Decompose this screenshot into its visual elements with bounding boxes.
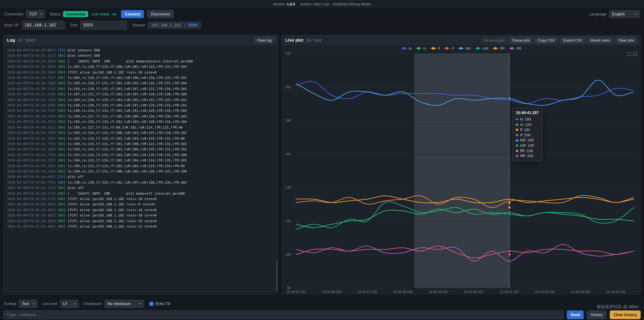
log-count: 33 / 10000	[18, 38, 35, 42]
plot-title: Live plot	[286, 38, 304, 43]
port-input[interactable]	[80, 21, 127, 30]
chevron-down-icon: ▾	[139, 302, 141, 305]
legend-marker-icon	[475, 47, 481, 50]
x-axis-label: 15:49:41.257	[500, 290, 519, 294]
log-entry: 2026-04-09T19:49:35.087Z [TX] plot senso…	[7, 48, 275, 53]
version-value: 1.0.0	[287, 2, 295, 6]
copy-csv-button[interactable]: Copy CSV	[535, 37, 558, 44]
tooltip-row: rsR: 125	[516, 143, 539, 148]
main-content: Log 33 / 10000 Clear log 2026-04-09T19:4…	[0, 35, 644, 295]
live-plot-chart[interactable]: lsrslfrflsRrsRlfRrfR 8010012014016018020…	[282, 45, 640, 294]
language-select[interactable]: English ▾	[609, 10, 640, 18]
legend-item-rfR[interactable]: rfR	[509, 46, 521, 50]
chart-tooltip: 15:49:41.257 ls: 193rs: 124lf: 131rf: 10…	[512, 108, 542, 162]
legend-item-lfR[interactable]: lfR	[492, 46, 505, 50]
hover-dot-rsR	[508, 211, 511, 214]
log-entry: 2026-04-09T19:49:37.754Z [RX] ls:195,rs:…	[7, 97, 275, 103]
host-input[interactable]	[22, 21, 65, 30]
series-color-dot-icon	[516, 134, 518, 136]
series-color-dot-icon	[516, 129, 518, 131]
log-entry: 2026-04-09T19:50:35.392Z [RX] [TCP] aliv…	[7, 213, 275, 218]
recent-connection-chip[interactable]: 192.168.1.182 : 5555	[148, 22, 201, 29]
hover-dot-lsR	[508, 97, 511, 100]
export-csv-button[interactable]: Export CSV	[560, 37, 586, 44]
legend-item-ls[interactable]: ls	[401, 46, 412, 50]
log-entry: 2026-04-09T19:49:40.253Z [RX] ls:195,rs:…	[7, 125, 275, 130]
y-axis-label: 100	[285, 252, 291, 256]
log-entry: 2026-04-09T19:49:50.372Z [RX] [TCP] aliv…	[7, 196, 275, 202]
log-entry: 2026-04-09T19:49:35.752Z [RX] ls:203,rs:…	[7, 75, 275, 81]
status-badge: Connected	[63, 11, 88, 17]
chevron-down-icon: ▾	[74, 302, 76, 305]
checksum-select[interactable]: No checksum ▾	[104, 300, 144, 308]
command-input[interactable]	[3, 310, 564, 319]
legend-marker-icon	[416, 47, 422, 50]
log-entry: 2026-04-09T19:49:41.754Z [RX] ls:190,rs:…	[7, 141, 275, 147]
legend-label: ls	[409, 46, 412, 50]
format-select[interactable]: Text ▾	[19, 300, 38, 308]
log-entry: 2026-04-09T19:49:39.254Z [RX] ls:196,rs:…	[7, 114, 275, 119]
connection-type-value: TCP	[29, 12, 37, 16]
log-entry: 2026-04-09T19:49:36.754Z [RX] ls:193,rs:…	[7, 86, 275, 92]
chevron-down-icon: ▾	[636, 13, 637, 16]
y-axis-label: 140	[285, 186, 291, 189]
log-entry: 2026-04-09T19:49:39.755Z [RX] ls:195,rs:…	[7, 119, 275, 125]
chevron-down-icon: ▾	[33, 302, 35, 305]
series-color-dot-icon	[516, 124, 518, 126]
tooltip-timestamp: 15:49:41.257	[516, 111, 539, 115]
serialnet-debug-studio: Version 1.0.0 Author: Allen Liao · Seria…	[0, 0, 644, 320]
x-axis-label: 15:49:39.256	[428, 290, 448, 294]
legend-label: lf	[438, 46, 440, 50]
legend-marker-icon	[509, 47, 515, 50]
log-entry: 2026-04-09T19:49:44.254Z [RX] ls:199,rs:…	[7, 169, 275, 174]
lineend-value: LF	[63, 302, 68, 306]
reset-zoom-button[interactable]: Reset zoom	[587, 37, 613, 44]
legend-item-lf[interactable]: lf	[430, 46, 440, 50]
log-panel: Log 33 / 10000 Clear log 2026-04-09T19:4…	[3, 35, 278, 295]
log-list[interactable]: 2026-04-09T19:49:35.087Z [TX] plot senso…	[4, 45, 278, 294]
log-entry: 2026-04-09T19:49:41.256Z [RX] ls:192,rs:…	[7, 136, 275, 141]
chart-canvas[interactable]: 8010012014016018020022015:49:35.25515:49…	[284, 45, 640, 294]
hover-dot-rfR	[508, 249, 511, 252]
legend-label: rsR	[483, 46, 488, 50]
echo-tx-label: Echo TX	[156, 302, 170, 306]
legend-item-rf[interactable]: rf	[444, 46, 454, 50]
command-row: Send History Clear history	[0, 310, 644, 319]
log-entry: 2026-04-09T19:49:43.252Z [RX] ls:194,rs:…	[7, 158, 275, 163]
composer-options-toolbar: Format Text ▾ Line end LF ▾ Checksum No …	[0, 299, 644, 309]
watermark-text: 掘金技术社区 @ iAllen	[597, 304, 639, 310]
chart-zoom-tools	[627, 52, 637, 56]
legend-item-rsR[interactable]: rsR	[475, 46, 488, 50]
tooltip-row: ls: 193	[516, 117, 539, 122]
connect-button[interactable]: Connect	[121, 10, 144, 18]
tooltip-value: lf: 131	[520, 127, 530, 132]
log-entry: 2026-04-09T19:49:35.354Z [RX] [TCP] aliv…	[7, 70, 275, 75]
clear-history-button[interactable]: Clear history	[610, 310, 641, 319]
log-entry: 2026-04-09T19:49:43.752Z [RX] ls:195,rs:…	[7, 163, 275, 169]
plot-panel-header: Live plot 20 / 1000 Resume plot Pause pl…	[282, 35, 640, 45]
tooltip-value: rsR: 125	[520, 143, 534, 148]
series-color-dot-icon	[516, 155, 518, 157]
clear-plot-button[interactable]: Clear plot	[615, 37, 637, 44]
connection-type-select[interactable]: TCP ▾	[26, 10, 45, 18]
log-entry: 2026-04-09T19:49:38.256Z [RX] ls:196,rs:…	[7, 103, 275, 108]
resume-plot-button[interactable]: Resume plot	[480, 37, 507, 44]
legend-item-lsR[interactable]: lsR	[458, 46, 471, 50]
lineend-select[interactable]: LF ▾	[60, 300, 79, 308]
x-axis-label: 15:49:35.255	[286, 290, 306, 294]
zoom-window-icon[interactable]	[633, 52, 637, 56]
legend-item-rs[interactable]: rs	[416, 46, 426, 50]
x-axis-label: 15:49:37.255	[358, 290, 377, 294]
selection-band	[414, 53, 509, 288]
zoom-box-icon[interactable]	[627, 52, 631, 56]
echo-tx-checkbox[interactable]: ✓	[149, 301, 154, 306]
clear-log-button[interactable]: Clear log	[254, 37, 275, 44]
send-button[interactable]: Send	[567, 310, 584, 319]
log-scrollbar-thumb[interactable]	[276, 261, 278, 292]
disconnect-button[interactable]: Disconnect	[147, 10, 174, 18]
tooltip-row: rfR: 102	[516, 153, 539, 159]
pause-plot-button[interactable]: Pause plot	[509, 37, 533, 44]
history-button[interactable]: History	[587, 310, 606, 319]
log-entry: 2026-04-09T19:49:42.754Z [RX] ls:192,rs:…	[7, 152, 275, 158]
check-icon: ✓	[150, 302, 153, 305]
